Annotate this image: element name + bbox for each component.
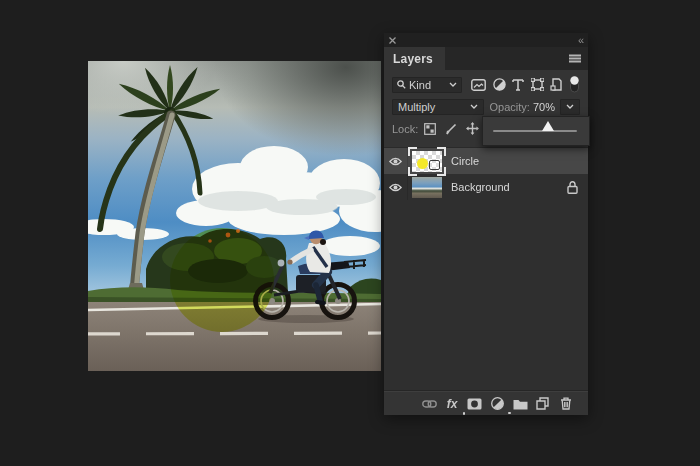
filter-smart-objects-icon[interactable]	[550, 78, 562, 91]
filter-type-buttons	[471, 76, 580, 93]
filter-row: Kind	[392, 76, 580, 93]
blend-mode-value: Multiply	[398, 101, 470, 113]
panel-header-strip: «	[384, 33, 588, 47]
selection-bracket	[408, 147, 417, 156]
new-layer-icon	[536, 397, 549, 410]
filter-adjustment-layers-icon[interactable]	[493, 78, 506, 91]
selection-bracket	[437, 147, 446, 156]
layer-styles-button[interactable]: fx	[441, 397, 464, 411]
blend-row: Multiply Opacity: 70%	[392, 98, 580, 115]
layer-name[interactable]: Circle	[451, 155, 588, 167]
layer-row-background[interactable]: Background	[384, 174, 588, 200]
new-group-button[interactable]	[509, 398, 532, 410]
fx-menu-dot	[463, 412, 466, 415]
opacity-value[interactable]: 70%	[533, 101, 555, 113]
canvas-image[interactable]	[88, 61, 381, 371]
lock-label: Lock:	[392, 123, 418, 135]
fx-icon: fx	[447, 397, 458, 411]
link-layers-button[interactable]	[418, 400, 441, 408]
search-icon	[397, 80, 406, 89]
tab-row-spacer	[445, 47, 588, 70]
close-icon[interactable]	[389, 37, 396, 44]
opacity-slider-popup	[482, 116, 590, 146]
filter-shape-layers-icon[interactable]	[531, 78, 544, 91]
opacity-slider-track[interactable]	[493, 130, 577, 132]
filter-kind-label: Kind	[409, 79, 449, 91]
layer-name[interactable]: Background	[451, 181, 567, 193]
layer-list: Circle Background	[384, 147, 588, 391]
opacity-dropdown-button[interactable]	[560, 99, 580, 115]
chevron-down-icon	[566, 104, 574, 109]
opacity-slider-thumb[interactable]	[542, 121, 554, 131]
blend-mode-dropdown[interactable]: Multiply	[392, 99, 484, 115]
adjustment-menu-dot	[508, 412, 511, 415]
adjustment-layer-icon	[491, 397, 504, 410]
chain-icon	[422, 400, 437, 408]
opacity-control: Opacity: 70%	[490, 99, 580, 115]
lock-position-icon[interactable]	[466, 122, 479, 135]
filter-pixel-layers-icon[interactable]	[471, 79, 486, 91]
layer-row-circle[interactable]: Circle	[384, 148, 588, 174]
chevron-down-icon	[470, 104, 478, 109]
layer-lock-icon	[567, 181, 578, 194]
panel-title: Layers	[393, 52, 433, 66]
opacity-label: Opacity:	[490, 101, 530, 113]
layers-panel: « Layers Kind	[384, 33, 588, 415]
thumbnail-yellow-circle	[417, 158, 428, 169]
new-adjustment-layer-button[interactable]	[486, 397, 509, 410]
layer-thumbnail-circle[interactable]	[412, 151, 442, 172]
lock-transparency-icon[interactable]	[424, 123, 436, 135]
add-layer-mask-button[interactable]	[463, 398, 486, 410]
panel-menu-icon[interactable]	[569, 54, 581, 63]
tab-layers[interactable]: Layers	[384, 47, 445, 70]
layer-thumbnail-background[interactable]	[412, 177, 442, 198]
lock-paint-icon[interactable]	[445, 123, 457, 135]
filter-type-layers-icon[interactable]	[512, 79, 524, 91]
visibility-toggle[interactable]	[384, 174, 408, 200]
folder-icon	[513, 398, 528, 410]
selection-bracket	[408, 167, 417, 176]
trash-icon	[560, 397, 572, 410]
eye-icon	[389, 157, 402, 166]
visibility-toggle[interactable]	[384, 148, 408, 174]
chevron-down-icon	[449, 82, 457, 87]
collapse-panel-icon[interactable]: «	[578, 35, 583, 45]
panel-controls: Kind	[384, 70, 588, 147]
filter-toggle-switch[interactable]	[569, 76, 580, 93]
panel-toolbar: fx	[384, 391, 588, 415]
delete-layer-button[interactable]	[554, 397, 577, 410]
new-layer-button[interactable]	[532, 397, 555, 410]
filter-kind-dropdown[interactable]: Kind	[392, 77, 462, 93]
multiply-circle-overlay	[170, 228, 274, 332]
selection-bracket	[437, 167, 446, 176]
eye-icon	[389, 183, 402, 192]
panel-tab-row: Layers	[384, 47, 588, 70]
layer-mask-icon	[467, 398, 482, 410]
